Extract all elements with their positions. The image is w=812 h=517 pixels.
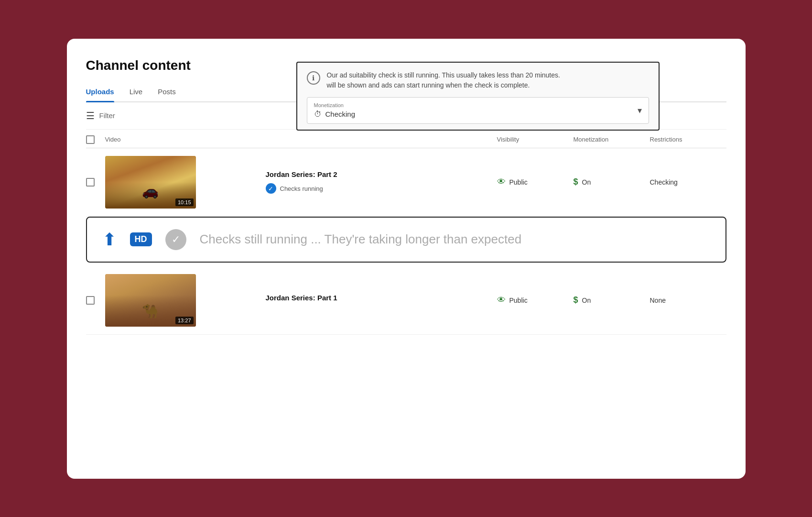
checks-label-part2: Checks running	[280, 185, 323, 192]
visibility-value-part1: Public	[509, 297, 528, 304]
checkmark-circle-icon: ✓	[165, 229, 186, 250]
col-header-restrictions: Restrictions	[650, 136, 726, 143]
video-info-part1: Jordan Series: Part 1	[258, 294, 497, 307]
col-header-visibility: Visibility	[497, 136, 574, 143]
visibility-cell-part2: 👁 Public	[497, 177, 574, 187]
video-info-part2: Jordan Series: Part 2 ✓ Checks running	[258, 170, 497, 194]
monetization-dropdown-value: Checking	[325, 110, 356, 118]
monetization-cell-part2: $ On	[574, 177, 650, 187]
video-title-part1[interactable]: Jordan Series: Part 1	[266, 294, 497, 302]
hd-badge: HD	[130, 232, 152, 246]
select-all-checkbox[interactable]	[86, 135, 95, 144]
monetization-cell-part1: $ On	[574, 295, 650, 305]
filter-label: Filter	[99, 111, 115, 120]
col-header-monetization: Monetization	[574, 136, 650, 143]
table-row: 13:27 Jordan Series: Part 1 👁 Public $ O…	[86, 266, 726, 335]
table-row: 10:15 Jordan Series: Part 2 ✓ Checks run…	[86, 148, 726, 217]
monetization-dropdown[interactable]: Monetization ⏱ Checking ▾	[307, 97, 649, 124]
status-text: Checks still running ... They're taking …	[200, 232, 522, 247]
video-duration-part2: 10:15	[175, 198, 194, 206]
upload-icon: ⬆	[102, 230, 117, 250]
monetization-dropdown-label: Monetization	[314, 102, 356, 108]
status-banner: ⬆ HD ✓ Checks still running ... They're …	[86, 217, 726, 263]
restrictions-cell-part1: None	[650, 297, 726, 304]
eye-icon-part2: 👁	[497, 177, 506, 187]
eye-icon-part1: 👁	[497, 295, 506, 305]
video-thumbnail-cell-part2: 10:15	[105, 156, 258, 209]
video-duration-part1: 13:27	[175, 317, 194, 324]
row-checkbox-part2[interactable]	[86, 178, 95, 187]
tab-live[interactable]: Live	[130, 83, 143, 101]
video-thumbnail-part1[interactable]: 13:27	[105, 274, 196, 327]
video-thumbnail-part2[interactable]: 10:15	[105, 156, 196, 209]
info-icon: ℹ	[307, 71, 320, 85]
check-circle-icon-part2: ✓	[266, 183, 276, 194]
monetization-value-part1: On	[582, 297, 591, 304]
row-checkbox-part1[interactable]	[86, 296, 95, 305]
video-thumbnail-cell-part1: 13:27	[105, 274, 258, 327]
monetization-value-part2: On	[582, 178, 591, 186]
visibility-cell-part1: 👁 Public	[497, 295, 574, 305]
notification-text: Our ad suitability check is still runnin…	[327, 70, 560, 90]
filter-icon[interactable]: ☰	[86, 110, 95, 121]
table-header: Video Visibility Monetization Restrictio…	[86, 130, 726, 148]
visibility-value-part2: Public	[509, 178, 528, 186]
dollar-icon-part1: $	[574, 295, 578, 305]
col-header-video: Video	[105, 136, 258, 143]
notification-banner: ℹ Our ad suitability check is still runn…	[296, 62, 660, 131]
tab-posts[interactable]: Posts	[158, 83, 176, 101]
restrictions-cell-part2: Checking	[650, 178, 726, 186]
main-card: Channel content ℹ Our ad suitability che…	[67, 39, 746, 479]
dollar-icon-part2: $	[574, 177, 578, 187]
tab-uploads[interactable]: Uploads	[86, 83, 114, 101]
chevron-down-icon: ▾	[638, 105, 642, 116]
video-title-part2[interactable]: Jordan Series: Part 2	[266, 170, 497, 178]
clock-icon: ⏱	[314, 110, 322, 119]
